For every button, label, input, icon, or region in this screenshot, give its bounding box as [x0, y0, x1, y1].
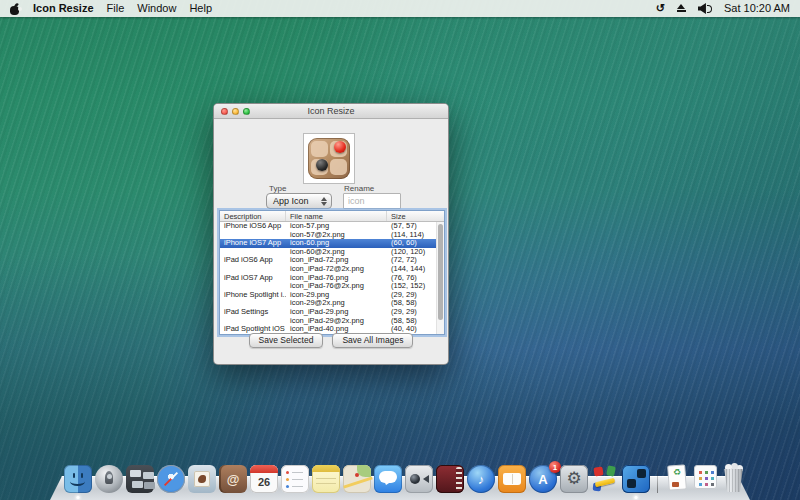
dock-icon-contacts[interactable]: @: [219, 465, 247, 493]
dock-downloads-stack[interactable]: [693, 463, 718, 493]
menu-window[interactable]: Window: [137, 0, 176, 17]
cell-description: [220, 265, 286, 274]
table-row[interactable]: iPhone Spotlight i... icon-29.png (29, 2…: [220, 291, 444, 300]
dock-icon-facetime[interactable]: [405, 465, 433, 493]
volume-speaker: [698, 3, 706, 14]
column-header-filename[interactable]: File name: [286, 211, 387, 221]
trash-basket-icon: [723, 469, 744, 492]
table-row[interactable]: iPad iOS6 App icon_iPad-72.png (72, 72): [220, 256, 444, 265]
cell-filename: icon-29@2x.png: [286, 299, 387, 308]
running-indicator: [635, 496, 638, 499]
table-row[interactable]: icon-57@2x.png (114, 114): [220, 231, 444, 240]
dock-divider: [657, 465, 658, 493]
column-header-description[interactable]: Description: [220, 211, 286, 221]
calendar-band: [250, 465, 278, 473]
yellow-arrow: [595, 478, 616, 488]
dock-icon-mission-control[interactable]: [126, 465, 154, 493]
cell-description: [220, 248, 286, 257]
cell-filename: icon_iPad-72.png: [286, 256, 387, 265]
table-row[interactable]: iPad iOS7 App icon_iPad-76.png (76, 76): [220, 274, 444, 283]
cell-description: [220, 299, 286, 308]
dock-icon-messages[interactable]: [374, 465, 402, 493]
save-selected-button[interactable]: Save Selected: [249, 333, 324, 348]
table-row[interactable]: icon-60@2x.png (120, 120): [220, 248, 444, 257]
camera-lens-icon: [410, 474, 420, 484]
cell-filename: icon-57.png: [286, 222, 387, 231]
popup-stepper-icon: [319, 197, 328, 206]
menu-app-name[interactable]: Icon Resize: [33, 0, 94, 17]
red-block: [593, 466, 603, 476]
apple-bite: [18, 7, 22, 11]
column-header-size[interactable]: Size: [387, 211, 444, 221]
calendar-day: 26: [250, 473, 278, 491]
reminder-lines: [292, 472, 303, 473]
eject-triangle: [677, 4, 685, 9]
cell-description: [220, 282, 286, 291]
dock-icon-reminders[interactable]: [281, 465, 309, 493]
dock-icon-mail[interactable]: [188, 465, 216, 493]
dock-icon-finder[interactable]: [64, 465, 92, 493]
menu-file[interactable]: File: [107, 0, 125, 17]
window-titlebar[interactable]: Icon Resize: [214, 104, 448, 119]
dock-icon-app-store[interactable]: A 1: [529, 465, 557, 493]
volume-icon[interactable]: [698, 3, 713, 14]
running-indicator: [77, 496, 80, 499]
eject-icon[interactable]: [676, 3, 687, 14]
grid-items-icon: [699, 471, 702, 474]
menu-clock[interactable]: Sat 10:20 AM: [724, 0, 790, 17]
dock-icon-imovie[interactable]: [436, 465, 464, 493]
filmstrip-icon: [456, 467, 462, 491]
cell-filename: icon-60@2x.png: [286, 248, 387, 257]
map-pin-icon: [355, 473, 359, 477]
dock-icon-safari[interactable]: [157, 465, 185, 493]
apple-menu-icon[interactable]: [10, 3, 20, 15]
table-row[interactable]: icon_iPad-76@2x.png (152, 152): [220, 282, 444, 291]
table-row[interactable]: iPhone iOS6 App icon-57.png (57, 57): [220, 222, 444, 231]
type-popup-value: App Icon: [273, 196, 309, 206]
dock-icon-toy-blocks-app[interactable]: [591, 465, 619, 493]
window-title: Icon Resize: [214, 104, 448, 119]
dock-icon-itunes[interactable]: ♪: [467, 465, 495, 493]
volume-wave: [707, 5, 712, 13]
dark-square-top: [637, 469, 646, 478]
table-row[interactable]: iPad Settings icon_iPad-29.png (29, 29): [220, 308, 444, 317]
cell-description: iPhone iOS7 App: [220, 239, 286, 248]
dock-icon-calendar[interactable]: 26: [250, 465, 278, 493]
preview-black-ball: [316, 159, 328, 171]
desktop[interactable]: Icon Resize File Window Help ↺ Sat 10:20…: [0, 0, 800, 500]
document-thumbnail: [672, 482, 679, 487]
compass-needle-icon: [164, 472, 178, 486]
dock-icon-notes[interactable]: [312, 465, 340, 493]
rename-input[interactable]: [343, 193, 401, 209]
windows-icon: [130, 470, 141, 477]
save-all-images-button[interactable]: Save All Images: [332, 333, 413, 348]
dock-icon-icon-resize[interactable]: [622, 465, 650, 493]
dock-icon-maps[interactable]: [343, 465, 371, 493]
cell-filename: icon_iPad-29.png: [286, 308, 387, 317]
menu-help[interactable]: Help: [189, 0, 212, 17]
grid-folder-icon: [694, 465, 717, 489]
cell-description: iPad iOS6 App: [220, 256, 286, 265]
cell-description: iPhone iOS6 App: [220, 222, 286, 231]
at-sign-icon: @: [219, 465, 247, 493]
dock-icon-launchpad[interactable]: [95, 465, 123, 493]
table-row[interactable]: icon_iPad-29@2x.png (58, 58): [220, 317, 444, 326]
dock-documents-stack[interactable]: ♻: [665, 463, 690, 493]
book-spine: [512, 474, 513, 484]
dock-icon-ibooks[interactable]: [498, 465, 526, 493]
music-note-icon: ♪: [467, 465, 495, 493]
time-machine-icon[interactable]: ↺: [656, 0, 665, 17]
table-row[interactable]: icon_iPad-72@2x.png (144, 144): [220, 265, 444, 274]
dock-icon-system-preferences[interactable]: ⚙: [560, 465, 588, 493]
type-popup-button[interactable]: App Icon: [266, 193, 332, 209]
table-header: Description File name Size: [220, 211, 444, 222]
scrollbar-thumb[interactable]: [438, 224, 443, 320]
icons-table: Description File name Size iPhone iOS6 A…: [219, 210, 445, 335]
dock-trash[interactable]: [721, 463, 746, 493]
cell-description: [220, 231, 286, 240]
green-block: [606, 465, 616, 476]
table-scrollbar[interactable]: [436, 222, 444, 334]
stepper-up-arrow: [321, 197, 327, 201]
table-row-selected[interactable]: iPhone iOS7 App icon-60.png (60, 60): [220, 239, 444, 248]
table-row[interactable]: icon-29@2x.png (58, 58): [220, 299, 444, 308]
